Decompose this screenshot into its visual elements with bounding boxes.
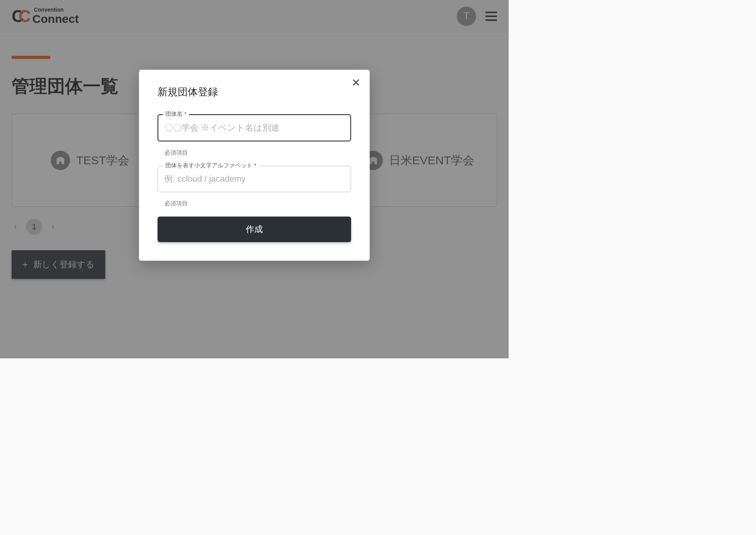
- org-name-helper: 必須項目: [165, 149, 351, 157]
- org-slug-helper: 必須項目: [165, 200, 351, 207]
- close-icon[interactable]: ✕: [351, 77, 360, 88]
- org-name-field-group: 団体名 *: [158, 114, 351, 141]
- org-slug-label: 団体を表す小文字アルファベット *: [163, 162, 259, 169]
- org-slug-field-group: 団体を表す小文字アルファベット *: [158, 166, 351, 192]
- modal-title: 新規団体登録: [158, 85, 351, 99]
- org-slug-input[interactable]: [158, 166, 351, 192]
- create-button[interactable]: 作成: [158, 217, 351, 242]
- modal-overlay[interactable]: ✕ 新規団体登録 団体名 * 必須項目 団体を表す小文字アルファベット * 必須…: [0, 0, 509, 358]
- org-name-label: 団体名 *: [163, 110, 189, 118]
- new-org-modal: ✕ 新規団体登録 団体名 * 必須項目 団体を表す小文字アルファベット * 必須…: [139, 70, 370, 261]
- org-name-input[interactable]: [158, 114, 351, 141]
